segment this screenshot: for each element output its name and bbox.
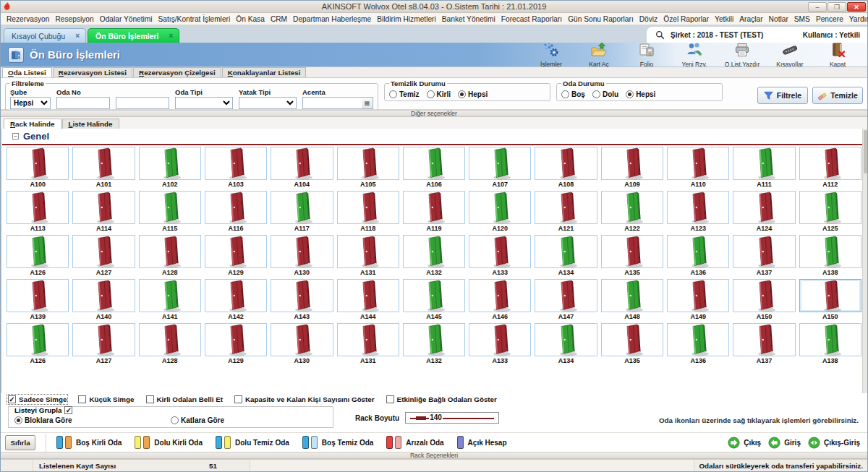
room-door-cell[interactable] <box>535 235 597 268</box>
temizlik-radio-hepsi[interactable]: Hepsi <box>458 90 488 98</box>
menu-item-crm[interactable]: CRM <box>268 15 290 23</box>
room-door-cell[interactable] <box>337 279 399 312</box>
room-a119[interactable]: A119 <box>403 191 465 233</box>
room-door-cell[interactable] <box>667 279 729 312</box>
room-door-cell[interactable] <box>733 279 795 312</box>
room-door-cell[interactable] <box>535 323 597 356</box>
diger-secenekler-bar[interactable]: Diğer seçenekler <box>1 110 867 117</box>
room-a132[interactable]: A132 <box>403 323 465 365</box>
room-door-cell[interactable] <box>205 191 267 224</box>
menu-item-sat-kontrat-i-lemleri[interactable]: Satış/Kontrat İşlemleri <box>156 15 234 23</box>
room-door-cell[interactable] <box>403 279 465 312</box>
toolbar-button-k-sayollar[interactable]: Kısayollar <box>767 42 812 68</box>
room-a149[interactable]: A149 <box>667 279 729 321</box>
close-button[interactable]: ✕ <box>847 2 866 12</box>
room-a147[interactable]: A147 <box>535 279 597 321</box>
room-door-cell[interactable] <box>403 323 465 356</box>
room-door-cell[interactable] <box>7 235 69 268</box>
room-door-cell[interactable] <box>337 147 399 180</box>
checkbox-box[interactable]: ✓ <box>8 395 16 403</box>
room-door-cell[interactable] <box>667 323 729 356</box>
menu-item-zel-raporlar[interactable]: Özel Raporlar <box>660 15 712 23</box>
room-a110[interactable]: A110 <box>667 147 729 189</box>
collapse-icon[interactable]: − <box>12 133 19 140</box>
room-door-cell[interactable] <box>139 279 201 312</box>
room-a135[interactable]: A135 <box>601 323 663 365</box>
menu-item-notlar[interactable]: Notlar <box>766 15 791 23</box>
room-door-cell[interactable] <box>403 191 465 224</box>
rack-secenekleri-bar[interactable]: Rack Seçenekleri <box>1 452 867 459</box>
checkbox-kirli-odalar-belli-et[interactable]: Kirli Odaları Belli Et <box>146 395 223 403</box>
room-door-cell[interactable] <box>139 235 201 268</box>
listeyi-grupla-checkbox[interactable]: ✓ <box>64 406 72 414</box>
room-a134[interactable]: A134 <box>535 235 597 277</box>
minimize-button[interactable]: – <box>808 2 827 12</box>
room-a106[interactable]: A106 <box>403 147 465 189</box>
room-door-cell[interactable] <box>205 235 267 268</box>
menu-item-g-n-sonu-raporlar[interactable]: Gün Sonu Raporları <box>565 15 637 23</box>
room-door-cell[interactable] <box>601 235 663 268</box>
menu-item-resepsiyon[interactable]: Resepsiyon <box>52 15 96 23</box>
room-door-cell[interactable] <box>733 147 795 180</box>
temizlik-radio-kirli[interactable]: Kirli <box>427 90 451 98</box>
checkbox-etkinli-e-ba-l-odalar-g-ster[interactable]: Etkinliğe Bağlı Odaları Göster <box>386 395 497 403</box>
action-k-giri-button[interactable]: Çıkış-Giriş <box>808 437 860 449</box>
checkbox-box[interactable] <box>78 395 86 403</box>
room-door-cell[interactable] <box>403 235 465 268</box>
room-a125[interactable]: A125 <box>799 191 861 233</box>
room-a130[interactable]: A130 <box>271 235 333 277</box>
checkbox-box[interactable] <box>386 395 394 403</box>
room-door-cell[interactable] <box>7 147 69 180</box>
room-a118[interactable]: A118 <box>337 191 399 233</box>
room-a150[interactable]: A150 <box>733 279 795 321</box>
room-a123[interactable]: A123 <box>667 191 729 233</box>
room-door-cell[interactable] <box>337 235 399 268</box>
toolbar-button-o-list-yazd-r[interactable]: O.List.Yazdır <box>720 42 765 68</box>
menu-item-d-viz[interactable]: Döviz <box>637 15 660 23</box>
acenta-lookup-button[interactable]: ▦ <box>362 97 373 109</box>
tab-close-icon[interactable]: × <box>169 32 174 40</box>
room-door-cell[interactable] <box>799 191 861 224</box>
room-door-cell[interactable] <box>799 235 861 268</box>
subtab-konaklayanlar-listesi[interactable]: Konaklayanlar Listesi <box>222 67 307 77</box>
room-door-cell[interactable] <box>271 279 333 312</box>
restore-button[interactable]: ❐ <box>827 2 846 12</box>
room-a100[interactable]: A100 <box>7 147 69 189</box>
room-door-cell[interactable] <box>469 323 531 356</box>
checkbox-box[interactable] <box>146 395 154 403</box>
room-door-cell[interactable] <box>469 147 531 180</box>
room-door-cell[interactable] <box>469 279 531 312</box>
menu-item-n-kasa[interactable]: Ön Kasa <box>233 15 268 23</box>
room-a141[interactable]: A141 <box>139 279 201 321</box>
room-door-cell[interactable] <box>667 191 729 224</box>
room-a113[interactable]: A113 <box>7 191 69 233</box>
room-a146[interactable]: A146 <box>469 279 531 321</box>
room-a128[interactable]: A128 <box>139 235 201 277</box>
menu-item-pencere[interactable]: Pencere <box>813 15 846 23</box>
menu-item-odalar-y-netimi[interactable]: Odalar Yönetimi <box>97 15 156 23</box>
oda-durumu-radio-bo[interactable]: Boş <box>561 90 585 98</box>
oda-tipi-select[interactable] <box>175 97 233 109</box>
room-a134[interactable]: A134 <box>535 323 597 365</box>
room-door-cell[interactable] <box>601 191 663 224</box>
room-door-cell[interactable] <box>667 235 729 268</box>
room-door-cell[interactable] <box>667 147 729 180</box>
checkbox-sadece-simge[interactable]: ✓Sadece Simge <box>8 395 67 403</box>
room-door-cell[interactable] <box>271 191 333 224</box>
room-a136[interactable]: A136 <box>667 323 729 365</box>
room-door-cell[interactable] <box>7 323 69 356</box>
room-a122[interactable]: A122 <box>601 191 663 233</box>
room-door-cell[interactable] <box>271 147 333 180</box>
room-a139[interactable]: A139 <box>7 279 69 321</box>
tab-close-icon[interactable]: × <box>75 32 80 40</box>
menu-item-banket-y-netimi[interactable]: Banket Yönetimi <box>439 15 498 23</box>
room-a117[interactable]: A117 <box>271 191 333 233</box>
menu-item-ara-lar[interactable]: Araçlar <box>736 15 765 23</box>
room-door-cell[interactable] <box>799 323 861 356</box>
room-a111[interactable]: A111 <box>733 147 795 189</box>
menu-item-sms[interactable]: SMS <box>791 15 813 23</box>
room-a127[interactable]: A127 <box>72 235 135 277</box>
oda-durumu-radio-dolu[interactable]: Dolu <box>592 90 618 98</box>
sube-select[interactable]: Hepsi <box>10 97 51 109</box>
room-door-cell[interactable] <box>601 279 663 312</box>
